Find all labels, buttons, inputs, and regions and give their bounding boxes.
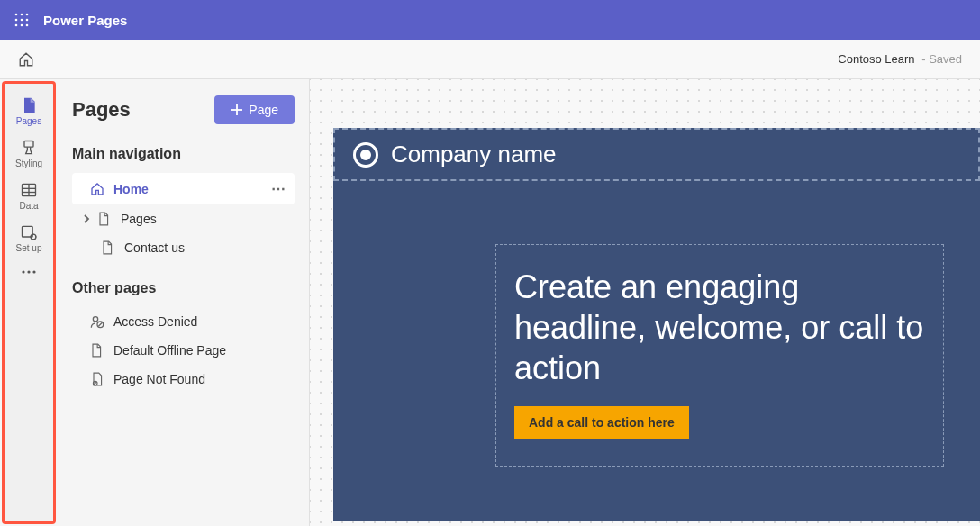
svg-point-4	[21, 19, 23, 22]
rail-label: Data	[19, 201, 38, 211]
rail-label: Set up	[16, 243, 42, 253]
save-status: Contoso Learn - Saved	[838, 52, 962, 66]
rail-label: Styling	[15, 159, 42, 168]
site-name: Contoso Learn	[838, 52, 914, 66]
nav-item-label: Pages	[121, 212, 157, 226]
rail-label: Pages	[16, 116, 41, 126]
svg-point-1	[21, 14, 23, 16]
rail-pages[interactable]: Pages	[7, 89, 50, 132]
person-denied-icon	[90, 314, 106, 329]
page-icon	[90, 343, 106, 358]
page-icon	[97, 212, 113, 226]
add-page-label: Page	[249, 103, 278, 117]
cta-button[interactable]: Add a call to action here	[514, 406, 689, 439]
section-main-nav: Main navigation	[72, 146, 295, 162]
other-item-label: Default Offline Page	[113, 343, 226, 358]
nav-item-home[interactable]: Home ⋯	[72, 173, 295, 204]
other-item-notfound[interactable]: Page Not Found	[72, 365, 295, 394]
left-rail: Pages Styling Data Set up	[2, 81, 56, 524]
svg-point-8	[26, 24, 29, 27]
svg-point-16	[22, 270, 24, 273]
svg-point-2	[26, 14, 29, 16]
page-error-icon	[90, 372, 106, 386]
svg-point-7	[21, 24, 23, 27]
page-icon	[20, 96, 38, 114]
brand-name: Power Pages	[43, 13, 127, 28]
settings-icon	[20, 223, 38, 241]
header-section[interactable]: Company name	[333, 128, 980, 181]
app-launcher-icon[interactable]	[14, 13, 29, 27]
pages-panel: Pages Page Main navigation Home ⋯ Pages	[58, 79, 310, 526]
nav-item-label: Home	[113, 182, 149, 196]
headline-text[interactable]: Create an engaging headline, welcome, or…	[514, 267, 925, 388]
home-icon	[90, 182, 106, 196]
svg-point-21	[93, 317, 97, 322]
chevron-right-icon[interactable]	[81, 213, 94, 224]
app-header: Power Pages	[0, 0, 980, 40]
company-name[interactable]: Company name	[391, 141, 557, 168]
section-other: Other pages	[72, 280, 295, 296]
other-item-label: Page Not Found	[113, 372, 205, 386]
nav-item-label: Contact us	[124, 240, 185, 255]
other-item-label: Access Denied	[113, 314, 197, 329]
rail-data[interactable]: Data	[7, 174, 50, 216]
rail-setup[interactable]: Set up	[7, 216, 50, 258]
panel-title: Pages	[72, 98, 131, 122]
add-page-button[interactable]: Page	[214, 95, 295, 124]
svg-rect-9	[24, 141, 33, 148]
other-item-access-denied[interactable]: Access Denied	[72, 307, 295, 336]
svg-point-5	[26, 19, 29, 22]
logo-icon	[353, 142, 378, 168]
hero-section[interactable]: Create an engaging headline, welcome, or…	[333, 181, 980, 521]
save-state: - Saved	[919, 52, 962, 66]
table-icon	[20, 181, 38, 199]
svg-point-3	[15, 19, 18, 22]
page-icon	[101, 240, 117, 255]
svg-point-6	[15, 24, 18, 27]
other-item-offline[interactable]: Default Offline Page	[72, 336, 295, 365]
home-button[interactable]	[18, 51, 34, 68]
rail-styling[interactable]: Styling	[7, 132, 50, 174]
rail-more[interactable]	[14, 262, 44, 282]
cta-container[interactable]: Create an engaging headline, welcome, or…	[495, 244, 944, 467]
more-icon[interactable]: ⋯	[271, 180, 286, 197]
nav-item-pages[interactable]: Pages	[72, 204, 295, 233]
brush-icon	[20, 139, 38, 157]
nav-item-contact[interactable]: Contact us	[72, 233, 295, 262]
design-canvas[interactable]: Company name Create an engaging headline…	[310, 79, 980, 526]
svg-point-17	[27, 270, 30, 273]
svg-point-18	[32, 270, 35, 273]
svg-line-23	[98, 322, 102, 326]
command-bar: Contoso Learn - Saved	[0, 40, 980, 79]
svg-point-0	[15, 14, 18, 16]
